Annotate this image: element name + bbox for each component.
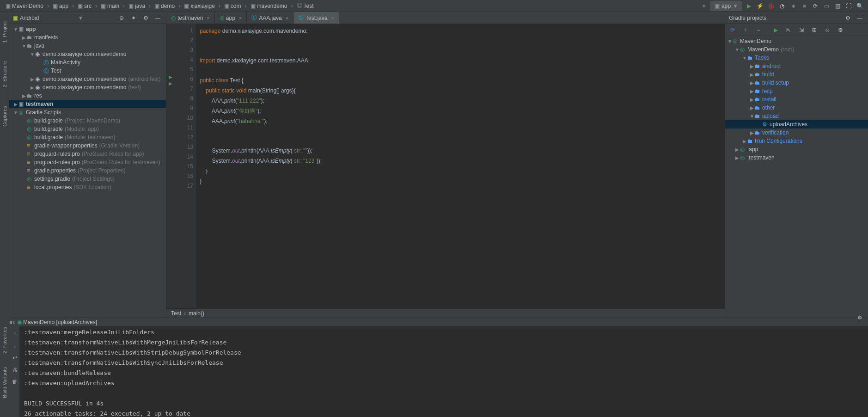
rail-project[interactable]: 1: Project [2, 21, 7, 43]
gradle-tree-node[interactable]: ▶◎:testmaven [725, 153, 868, 162]
expand-icon[interactable]: ▼ [21, 43, 27, 49]
gradle-tree-node[interactable]: ▼🖿Tasks [725, 54, 868, 62]
gradle-tree-node[interactable]: ▶🖿build [725, 70, 868, 79]
avd-manager-icon[interactable]: ▭ [822, 1, 831, 11]
breadcrumb-item[interactable]: ▣app [51, 2, 70, 10]
expand-icon[interactable]: ▼ [749, 114, 755, 119]
gradle-tree-node[interactable]: ▶🖿Run Configurations [725, 137, 868, 145]
tree-node[interactable]: ▶🖿manifests [9, 33, 166, 42]
expand-icon[interactable]: ▶ [749, 130, 755, 135]
gradle-settings-icon[interactable]: ⚙ [836, 25, 845, 35]
gradle-tree-node[interactable]: ▶🖿android [725, 62, 868, 70]
expand-icon[interactable]: ▼ [734, 47, 740, 52]
gradle-tree-node[interactable]: ▶🖿build setup [725, 79, 868, 87]
gradle-tree-node[interactable]: ▶🖿other [725, 104, 868, 112]
remove-icon[interactable]: − [754, 25, 763, 35]
expand-icon[interactable]: ▶ [30, 85, 35, 90]
wrap-icon[interactable]: ↩ [10, 353, 19, 362]
breadcrumb-class[interactable]: Test [171, 310, 181, 317]
breadcrumb-item[interactable]: ▣main [99, 2, 121, 10]
gradle-tree-node[interactable]: ⚙uploadArchives [725, 120, 868, 129]
gradle-tree-node[interactable]: ▼◎MavenDemo [725, 37, 868, 45]
tree-node[interactable]: ▼◉demo.xiaxiayige.com.mavendemo [9, 50, 166, 58]
tree-node[interactable]: ▶◉demo.xiaxiayige.com.mavendemo(androidT… [9, 75, 166, 83]
tree-node[interactable]: ≡local.properties(SDK Location) [9, 183, 166, 191]
offline-mode-icon[interactable]: ⦸ [823, 25, 832, 35]
stop-icon[interactable]: ■ [800, 1, 809, 11]
run-line-marker-icon[interactable]: ▶ [166, 81, 175, 86]
run-icon[interactable]: ▶ [744, 1, 753, 11]
tree-node[interactable]: ◎build.gradle(Module: testmaven) [9, 133, 166, 141]
gradle-tree[interactable]: ▼◎MavenDemo▼◎MavenDemo(root)▼🖿Tasks▶🖿and… [725, 36, 868, 318]
up-icon[interactable]: ↑ [10, 329, 19, 338]
breadcrumb-item[interactable]: ▣mavendemo [249, 2, 289, 10]
show-dependencies-icon[interactable]: ⊞ [810, 25, 819, 35]
expand-icon[interactable]: ▼ [727, 39, 733, 44]
project-view-label[interactable]: Android [20, 15, 39, 21]
editor-breadcrumb[interactable]: Test › main() [166, 308, 725, 318]
expand-icon[interactable]: ▼ [30, 52, 35, 57]
tree-node[interactable]: ▼🖿java [9, 42, 166, 50]
sync-icon[interactable]: ⟳ [811, 1, 820, 11]
gradle-tree-node[interactable]: ▼◎MavenDemo(root) [725, 45, 868, 54]
rail-build-variants[interactable]: Build Variants [2, 367, 7, 398]
tree-node[interactable]: ⒸMainActivity [9, 58, 166, 67]
expand-icon[interactable]: ▼ [13, 110, 18, 115]
tree-node[interactable]: ◎build.gradle(Project: MavenDemo) [9, 117, 166, 125]
expand-icon[interactable]: ▶ [749, 80, 755, 86]
project-tree[interactable]: ▼▣app▶🖿manifests▼🖿java▼◉demo.xiaxiayige.… [9, 24, 166, 318]
tree-node[interactable]: ≡proguard-rules.pro(ProGuard Rules for a… [9, 150, 166, 158]
collapse-all-icon[interactable]: ⇲ [797, 25, 806, 35]
tree-node[interactable]: ▼◎Gradle Scripts [9, 108, 166, 117]
rail-favorites[interactable]: 2: Favorites [2, 327, 7, 353]
down-icon[interactable]: ↓ [10, 341, 19, 350]
close-tab-icon[interactable]: × [239, 15, 242, 21]
editor-tab[interactable]: ⒸAAA.java× [247, 12, 293, 24]
settings-icon[interactable]: ⚙ [843, 13, 852, 23]
expand-icon[interactable]: ▼ [742, 55, 747, 61]
tree-node[interactable]: ≡gradle.properties(Project Properties) [9, 166, 166, 175]
rail-structure[interactable]: 2: Structure [2, 61, 7, 87]
make-icon[interactable]: ▾ [699, 1, 709, 11]
expand-icon[interactable]: ✶ [129, 13, 138, 23]
tree-node[interactable]: ◎settings.gradle(Project Settings) [9, 175, 166, 183]
add-icon[interactable]: + [741, 25, 750, 35]
breadcrumb-item[interactable]: ▣demo [153, 2, 177, 10]
attach-debugger-icon[interactable]: ⎆ [789, 1, 798, 11]
expand-icon[interactable]: ▶ [742, 139, 747, 144]
expand-icon[interactable]: ▶ [30, 77, 35, 82]
expand-icon[interactable]: ▶ [749, 97, 755, 102]
collapse-all-icon[interactable]: ⊖ [117, 13, 126, 23]
expand-icon[interactable]: ▶ [21, 93, 27, 98]
tree-node[interactable]: ▶▣testmaven [9, 100, 166, 108]
breadcrumb-item[interactable]: ▣src [76, 2, 93, 10]
clear-icon[interactable]: 🗑 [10, 377, 19, 386]
editor-tab[interactable]: ⒸTest.java× [293, 12, 339, 24]
expand-icon[interactable]: ▶ [749, 89, 755, 94]
tree-node[interactable]: ≡gradle-wrapper.properties(Gradle Versio… [9, 141, 166, 150]
hide-icon[interactable]: — [855, 13, 864, 23]
settings-icon[interactable]: ⚙ [141, 13, 150, 23]
expand-icon[interactable]: ▶ [21, 35, 27, 40]
hide-icon[interactable]: — [153, 13, 162, 23]
breadcrumb-method[interactable]: main() [189, 310, 204, 317]
gradle-tree-node[interactable]: ▼🖿upload [725, 112, 868, 120]
run-line-marker-icon[interactable]: ▶ [166, 74, 175, 80]
search-everywhere-icon[interactable]: 🔍 [855, 1, 864, 11]
gradle-tree-node[interactable]: ▶◎:app [725, 145, 868, 153]
gradle-tree-node[interactable]: ▶🖿verification [725, 129, 868, 137]
breadcrumb-item[interactable]: ▣xiaxiayige [182, 2, 217, 10]
expand-icon[interactable]: ▶ [749, 105, 755, 110]
close-tab-icon[interactable]: × [331, 15, 334, 21]
tree-node[interactable]: ▶◉demo.xiaxiayige.com.mavendemo(test) [9, 83, 166, 92]
expand-all-icon[interactable]: ⇱ [784, 25, 793, 35]
tree-node[interactable]: ≡proguard-rules.pro(ProGuard Rules for t… [9, 158, 166, 166]
print-icon[interactable]: 🖨 [10, 365, 19, 374]
chevron-down-icon[interactable]: ▼ [78, 15, 83, 21]
rail-captures[interactable]: Captures [2, 106, 7, 127]
close-tab-icon[interactable]: × [286, 15, 288, 21]
editor-tab[interactable]: ◎testmaven× [166, 12, 215, 24]
expand-icon[interactable]: ▶ [734, 155, 740, 160]
tree-node[interactable]: ▶🖿res [9, 92, 166, 100]
breadcrumb-item[interactable]: ▣MavenDemo [4, 2, 45, 10]
